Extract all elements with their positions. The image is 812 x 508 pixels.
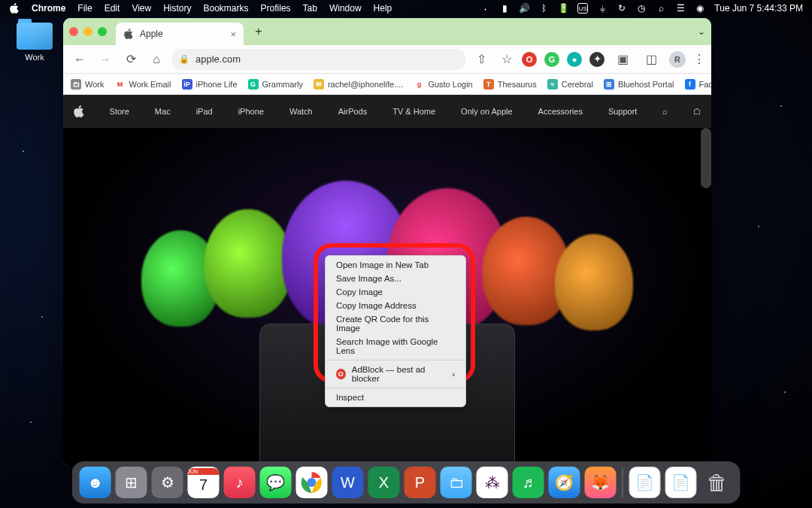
- bookmark-grammarly[interactable]: GGrammarly: [248, 79, 303, 90]
- menubar-edit[interactable]: Edit: [105, 3, 120, 14]
- nav-accessories[interactable]: Accessories: [538, 107, 583, 116]
- nav-tv-home[interactable]: TV & Home: [392, 107, 435, 116]
- dock-firefox[interactable]: 🦊: [585, 467, 617, 498]
- bookmark-cerebral[interactable]: ≈Cerebral: [547, 79, 593, 90]
- page-scrollbar[interactable]: [701, 128, 711, 188]
- apple-menu-icon[interactable]: [9, 3, 20, 14]
- siri-icon[interactable]: ◉: [695, 3, 705, 14]
- extension-adblock-icon[interactable]: O: [522, 52, 537, 67]
- share-button[interactable]: ⇧: [471, 49, 492, 70]
- volume-icon[interactable]: 🔊: [519, 3, 529, 14]
- menubar-file[interactable]: File: [77, 3, 92, 14]
- extensions-puzzle-icon[interactable]: ✦: [589, 52, 604, 67]
- menubar-profiles[interactable]: Profiles: [261, 3, 291, 14]
- apple-logo-icon[interactable]: [74, 105, 84, 117]
- bluetooth-icon[interactable]: ᛒ: [538, 3, 549, 14]
- window-close-button[interactable]: [69, 27, 78, 36]
- cast-icon[interactable]: ▣: [612, 49, 633, 70]
- menubar-bookmarks[interactable]: Bookmarks: [204, 3, 249, 14]
- folder-label: Work: [12, 53, 57, 62]
- menubar-history[interactable]: History: [163, 3, 191, 14]
- bookmark-thesaurus[interactable]: TThesaurus: [483, 79, 537, 90]
- wifi-icon[interactable]: ⏚: [597, 3, 607, 14]
- side-panel-icon[interactable]: ◫: [641, 49, 662, 70]
- dock-music[interactable]: ♪: [224, 467, 256, 498]
- ctx-open-image-new-tab[interactable]: Open Image in New Tab: [326, 258, 465, 272]
- menubar-view[interactable]: View: [132, 3, 151, 14]
- menubar-tab[interactable]: Tab: [303, 3, 317, 14]
- dock-word[interactable]: W: [332, 467, 364, 498]
- dock-messages[interactable]: 💬: [260, 467, 292, 498]
- nav-ipad[interactable]: iPad: [196, 107, 213, 116]
- browser-tab[interactable]: Apple ×: [116, 23, 244, 45]
- dock-document-2[interactable]: 📄: [665, 467, 697, 498]
- menubar-clock[interactable]: Tue Jun 7 5:44:33 PM: [714, 3, 803, 14]
- ctx-save-image-as[interactable]: Save Image As...: [326, 272, 465, 285]
- reload-button[interactable]: ⟳: [120, 49, 141, 70]
- bookmark-work-email[interactable]: MWork Email: [114, 79, 171, 90]
- ctx-copy-image[interactable]: Copy Image: [326, 285, 465, 299]
- extension-icon[interactable]: ●: [567, 52, 582, 67]
- nav-watch[interactable]: Watch: [289, 107, 313, 116]
- dock-safari[interactable]: 🧭: [549, 467, 580, 498]
- dock-launchpad[interactable]: ⊞: [116, 467, 147, 498]
- back-button[interactable]: ←: [69, 49, 90, 70]
- chevron-right-icon: ›: [452, 370, 455, 379]
- bookmark-facebook[interactable]: fFacebook: [685, 79, 712, 90]
- ctx-inspect[interactable]: Inspect: [326, 391, 465, 404]
- tab-list-button[interactable]: ⌄: [698, 26, 705, 37]
- sync-icon[interactable]: ↻: [617, 3, 627, 14]
- menubar-app-name[interactable]: Chrome: [32, 3, 65, 14]
- search-icon[interactable]: ⌕: [662, 107, 668, 116]
- profile-avatar[interactable]: R: [669, 51, 686, 68]
- new-tab-button[interactable]: +: [250, 23, 268, 41]
- ctx-create-qr-code[interactable]: Create QR Code for this Image: [326, 312, 465, 335]
- tab-title: Apple: [140, 29, 163, 39]
- battery-menu-icon[interactable]: ▮: [499, 3, 510, 14]
- nav-iphone[interactable]: iPhone: [238, 107, 264, 116]
- bookmark-gusto[interactable]: gGusto Login: [414, 79, 472, 90]
- input-source-icon[interactable]: US: [577, 3, 588, 14]
- menubar-window[interactable]: Window: [329, 3, 362, 14]
- home-button[interactable]: ⌂: [146, 49, 167, 70]
- dock-calendar[interactable]: JUN7: [188, 467, 220, 498]
- ctx-search-google-lens[interactable]: Search Image with Google Lens: [326, 335, 465, 357]
- battery-icon[interactable]: 🔋: [558, 3, 568, 14]
- bookmark-iphone-life[interactable]: iPiPhone Life: [182, 79, 238, 90]
- nav-only-on-apple[interactable]: Only on Apple: [461, 107, 513, 116]
- ctx-adblock[interactable]: O AdBlock — best ad blocker ›: [326, 363, 465, 385]
- chrome-menu-button[interactable]: ⋮: [693, 52, 705, 66]
- nav-support[interactable]: Support: [608, 107, 638, 116]
- bookmark-work[interactable]: 🗀Work: [71, 79, 104, 90]
- nav-mac[interactable]: Mac: [155, 107, 171, 116]
- ctx-copy-image-address[interactable]: Copy Image Address: [326, 299, 465, 312]
- dock-slack[interactable]: ⁂: [477, 467, 508, 498]
- bookmark-bluehost[interactable]: ⊞Bluehost Portal: [604, 79, 674, 90]
- dock-trash[interactable]: 🗑: [701, 467, 733, 498]
- dock-chrome[interactable]: [296, 467, 328, 498]
- extension-grammarly-icon[interactable]: G: [544, 52, 559, 67]
- dock-spotify[interactable]: ♬: [513, 467, 544, 498]
- tab-close-button[interactable]: ×: [230, 29, 236, 40]
- dropbox-icon[interactable]: ⬪: [480, 3, 490, 14]
- forward-button[interactable]: →: [95, 49, 116, 70]
- dock-document-1[interactable]: 📄: [629, 467, 661, 498]
- omnibox[interactable]: 🔒 apple.com: [171, 49, 466, 70]
- bag-icon[interactable]: ☖: [693, 107, 701, 117]
- nav-store[interactable]: Store: [110, 107, 129, 116]
- bookmark-star-button[interactable]: ☆: [496, 49, 517, 70]
- menubar-help[interactable]: Help: [374, 3, 392, 14]
- bookmark-rachel-email[interactable]: ✉rachel@iphonelife....: [314, 79, 403, 90]
- desktop-folder-work[interactable]: Work: [12, 23, 57, 62]
- clock-icon[interactable]: ◷: [636, 3, 647, 14]
- dock-powerpoint[interactable]: P: [404, 467, 436, 498]
- window-minimize-button[interactable]: [83, 27, 92, 36]
- control-center-icon[interactable]: ☰: [675, 3, 686, 14]
- window-zoom-button[interactable]: [98, 27, 107, 36]
- dock-folder[interactable]: 🗀: [441, 467, 472, 498]
- dock-finder[interactable]: ☻: [80, 467, 111, 498]
- spotlight-icon[interactable]: ⌕: [656, 3, 666, 14]
- dock-settings[interactable]: ⚙: [152, 467, 183, 498]
- nav-airpods[interactable]: AirPods: [338, 107, 368, 116]
- dock-excel[interactable]: X: [368, 467, 400, 498]
